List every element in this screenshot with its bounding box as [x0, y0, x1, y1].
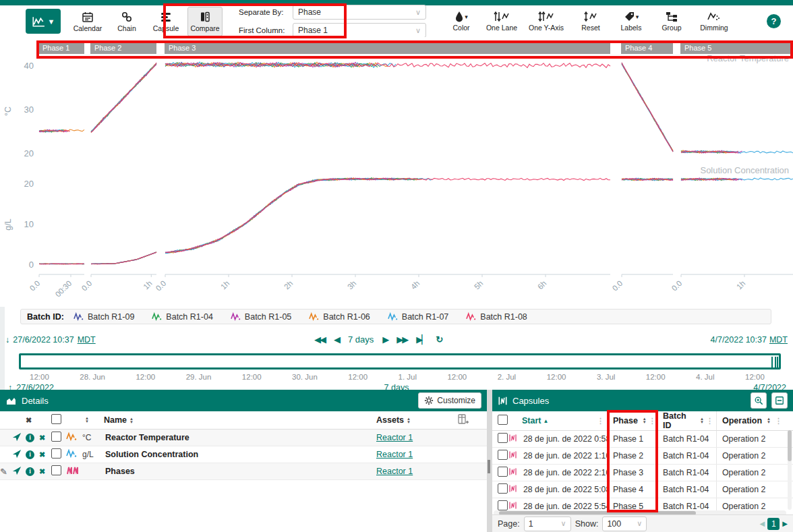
row-checkbox[interactable] [51, 465, 61, 475]
range-end-timezone[interactable]: MDT [769, 335, 788, 345]
capsule-button[interactable]: Capsule [148, 7, 183, 36]
remove-item-icon[interactable]: ✖ [39, 450, 51, 459]
range-end-datetime[interactable]: 4/7/2022 10:37 [711, 335, 767, 345]
current-page-button[interactable]: 1 [767, 518, 780, 530]
trend-chart[interactable]: Phase 1Phase 2Phase 3Phase 4Phase 5 Reac… [0, 37, 793, 307]
step-back-half-icon[interactable]: ◀ [334, 334, 339, 345]
step-forward-full-icon[interactable]: ▶▶ [396, 334, 407, 345]
info-icon[interactable]: i [26, 450, 34, 459]
remove-all-icon[interactable]: ✖ [26, 416, 39, 425]
remove-item-icon[interactable]: ✖ [39, 434, 51, 442]
capsule-row-phase-4[interactable]: 28 de jun. de 2022 5:08Phase 4Batch R1-0… [492, 481, 793, 498]
sort-icon[interactable]: ▲▼ [407, 417, 411, 424]
details-column-assets[interactable]: Assets▲▼ [349, 415, 457, 425]
send-to-scatterplot-icon[interactable] [12, 432, 26, 444]
refresh-icon[interactable]: ↻ [436, 334, 443, 345]
step-back-full-icon[interactable]: ◀◀ [314, 334, 325, 345]
page-select[interactable]: 1∨ [524, 516, 571, 531]
collapse-panel-button[interactable] [771, 392, 788, 409]
row-checkbox[interactable] [498, 467, 508, 477]
step-forward-half-icon[interactable]: ▶ [382, 334, 388, 345]
item-name[interactable]: Solution Concentration [104, 450, 349, 459]
select-all-checkbox[interactable] [51, 414, 61, 424]
help-button[interactable]: ? [767, 14, 781, 28]
one-y-axis-button[interactable]: One Y-Axis [525, 7, 568, 36]
capsule-row-phase-2[interactable]: 28 de jun. de 2022 1:10Phase 2Batch R1-0… [492, 448, 793, 465]
resize-handle-icon[interactable] [488, 460, 490, 473]
column-menu-icon[interactable]: ⋮ [706, 417, 713, 425]
column-menu-icon[interactable]: ⋮ [597, 417, 604, 425]
item-name[interactable]: Phases [104, 467, 349, 476]
details-row-reactor-temperature[interactable]: i ✖ °C Reactor Temperature Reactor 1 [0, 430, 487, 446]
capsule-row-phase-1[interactable]: 28 de jun. de 2022 0:58Phase 1Batch R1-0… [492, 431, 793, 448]
vertical-scrollbar[interactable] [788, 430, 792, 510]
row-checkbox[interactable] [498, 433, 508, 443]
legend-entry[interactable]: Batch R1-09 [74, 312, 134, 322]
legend-entry[interactable]: Batch R1-06 [309, 312, 370, 322]
dimming-button[interactable]: Dimming [695, 7, 734, 36]
info-icon[interactable]: i [26, 467, 34, 476]
one-lane-button[interactable]: One Lane [484, 7, 519, 36]
send-to-scatterplot-icon[interactable] [12, 449, 26, 461]
range-start-timezone[interactable]: MDT [78, 335, 96, 345]
customize-button[interactable]: Customize [418, 392, 481, 409]
asset-link[interactable]: Reactor 1 [376, 450, 413, 459]
row-checkbox[interactable] [51, 432, 61, 442]
group-button[interactable]: Group [654, 7, 689, 36]
range-duration-button[interactable]: 7 days [348, 334, 374, 345]
step-to-end-icon[interactable]: ▶▏ [416, 334, 427, 345]
show-select[interactable]: 100∨ [602, 516, 647, 531]
color-button[interactable]: ▾ Color [444, 7, 479, 36]
item-name[interactable]: Reactor Temperature [104, 433, 349, 442]
remove-item-icon[interactable]: ✖ [39, 467, 51, 476]
edit-pencil-icon[interactable]: ✎ [0, 467, 12, 477]
capsule-row-phase-3[interactable]: 28 de jun. de 2022 2:10Phase 3Batch R1-0… [492, 465, 793, 481]
next-page-icon[interactable]: ▶ [782, 520, 788, 527]
details-row-phases[interactable]: ✎ i ✖ Phases Reactor 1 [0, 463, 487, 480]
legend-entry[interactable]: Batch R1-04 [152, 312, 212, 322]
first-column-select[interactable]: Phase 1 ∨ [293, 23, 426, 38]
column-menu-icon[interactable]: ⋮ [649, 417, 656, 425]
column-menu-icon[interactable]: ⋮ [775, 417, 782, 425]
asset-link[interactable]: Reactor 1 [376, 433, 413, 442]
legend-entry[interactable]: Batch R1-07 [388, 312, 448, 322]
row-checkbox[interactable] [498, 450, 508, 460]
sort-icon[interactable]: ▲▼ [129, 417, 134, 424]
row-checkbox[interactable] [498, 483, 508, 494]
info-icon[interactable]: i [26, 434, 34, 442]
zoom-to-capsule-button[interactable] [751, 392, 767, 409]
trend-view-menu-button[interactable]: ▼ [26, 9, 61, 34]
legend-entry[interactable]: Batch R1-08 [466, 312, 527, 322]
sort-icon[interactable]: ▲▼ [700, 417, 704, 424]
labels-button[interactable]: ▾ Labels [614, 7, 649, 36]
send-to-scatterplot-icon[interactable] [12, 466, 26, 477]
sort-icon[interactable]: ▲▼ [643, 417, 647, 424]
signal-icon [66, 449, 82, 460]
capsules-column-start[interactable]: Start▲⋮ [522, 416, 607, 425]
capsules-column-phase[interactable]: Phase▲▼⋮ [607, 411, 657, 430]
timeline-range-selector[interactable] [19, 353, 781, 370]
panel-resize-divider[interactable] [487, 390, 492, 532]
separate-by-select[interactable]: Phase ∨ [293, 5, 426, 20]
prev-page-icon[interactable]: ◀ [760, 520, 765, 527]
asset-link[interactable]: Reactor 1 [376, 467, 413, 476]
range-start-datetime[interactable]: 27/6/2022 10:37 [13, 335, 74, 345]
sort-type-icon[interactable]: ▲▼ [85, 417, 104, 423]
select-all-checkbox[interactable] [498, 415, 508, 425]
scrollbar-thumb[interactable] [788, 430, 792, 461]
capsules-column-operation[interactable]: Operation▲▼⋮ [716, 411, 784, 430]
row-checkbox[interactable] [498, 500, 508, 510]
calendar-button[interactable]: Calendar [70, 7, 105, 36]
compare-button[interactable]: Compare [187, 7, 223, 36]
row-checkbox[interactable] [51, 448, 61, 459]
timeline-right-grip[interactable] [771, 357, 778, 367]
chart-canvas[interactable]: Reactor Temperature403020°CSolution Conc… [0, 37, 793, 307]
details-column-name[interactable]: Name▲▼ [104, 415, 349, 425]
reset-button[interactable]: Reset [573, 7, 608, 36]
sort-icon[interactable]: ▲▼ [767, 417, 771, 424]
details-row-solution-concentration[interactable]: i ✖ g/L Solution Concentration Reactor 1 [0, 446, 487, 463]
capsules-column-batch-id[interactable]: Batch ID▲▼⋮ [657, 411, 716, 430]
chain-button[interactable]: Chain [109, 7, 144, 36]
add-column-icon[interactable] [457, 414, 487, 427]
legend-entry[interactable]: Batch R1-05 [231, 312, 291, 322]
